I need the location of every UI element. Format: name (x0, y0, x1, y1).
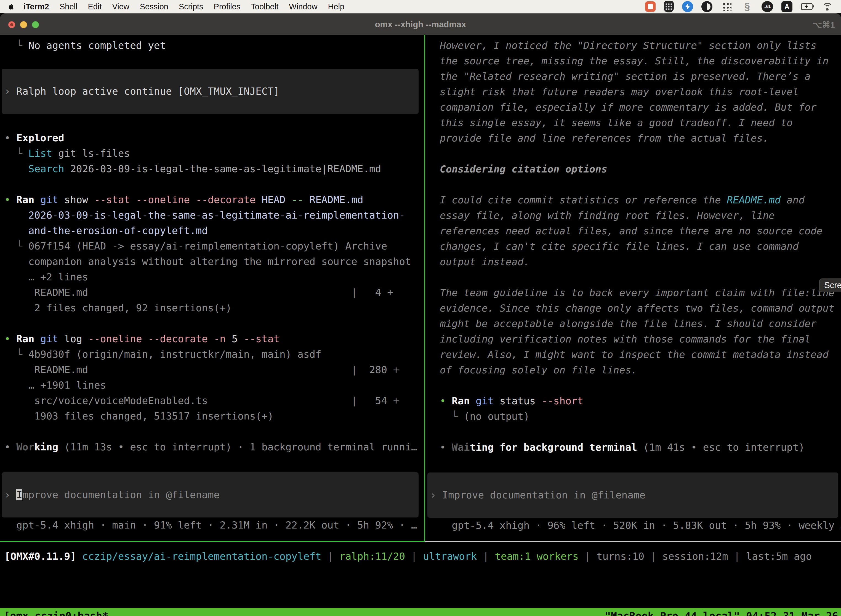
terminal-content: └ No agents completed yet› Ralph loop ac… (0, 35, 841, 616)
squiggle-icon[interactable]: § (741, 0, 753, 13)
prompt-input[interactable]: › Improve documentation in @filename (1, 472, 419, 518)
terminal-line (440, 378, 841, 393)
text-segment: review. Also, I might want to inspect th… (440, 349, 829, 360)
menu-item-view[interactable]: View (107, 2, 134, 11)
spacer (4, 114, 424, 130)
vpn-bolt-icon[interactable] (682, 1, 693, 12)
prompt-input-line: › Improve documentation in @filename (4, 487, 220, 503)
text-segment (34, 194, 40, 205)
terminal-line (440, 146, 841, 161)
terminal-line: output instead. (440, 254, 841, 270)
text-segment: --stat --oneline --decorate (94, 194, 255, 205)
terminal-line: README.md | 280 + (4, 362, 424, 378)
terminal-line: companion file, especially if more comme… (440, 100, 841, 115)
menu-item-shell[interactable]: Shell (54, 2, 83, 11)
text-segment: log (58, 333, 88, 345)
menu-item-scripts[interactable]: Scripts (174, 2, 209, 11)
text-segment: No agents completed yet (28, 40, 166, 51)
text-segment: | (579, 551, 596, 562)
text-segment: might be acceptable alongside the file l… (440, 318, 816, 329)
menu-item-toolbelt[interactable]: Toolbelt (246, 2, 284, 11)
text-segment: --oneline --decorate -n (88, 333, 226, 345)
text-segment: gpt-5.4 xhigh · 96% left · 520K in · 5.8… (440, 520, 841, 531)
text-segment: changes, I can't cite specific file line… (440, 241, 799, 252)
terminal-line: slight risk that future readers may over… (440, 84, 841, 100)
terminal-line: the "Related research writing" section i… (440, 69, 841, 84)
text-segment: and-the-erosion-of-copyleft.md (4, 225, 208, 236)
text-segment: Search (28, 163, 64, 175)
wifi-icon[interactable] (821, 0, 833, 13)
tmux-status-bar: [omx-cczip0:bash* "MacBook-Pro-44.local"… (0, 608, 841, 616)
text-segment: mprove documentation in @filename (22, 489, 220, 500)
menu-item-help[interactable]: Help (322, 2, 350, 11)
text-segment: (1m 41s • esc to interrupt) (637, 441, 804, 453)
recording-indicator-icon[interactable] (645, 1, 656, 12)
text-segment: git (40, 194, 58, 205)
text-segment: and (781, 194, 804, 205)
menu-item-edit[interactable]: Edit (82, 2, 107, 11)
text-segment: --stat (244, 333, 280, 345)
menu-item-profiles[interactable]: Profiles (209, 2, 246, 11)
text-segment: Ran (16, 194, 34, 205)
menu-item-session[interactable]: Session (135, 2, 174, 11)
crescent-icon[interactable] (701, 1, 712, 12)
keyboard-layout-icon[interactable]: A (781, 1, 793, 12)
text-segment: king (34, 441, 58, 453)
grid-dots-icon[interactable] (721, 0, 733, 13)
terminal-line (440, 270, 841, 285)
text-segment: › (430, 489, 442, 501)
battery-percentage-icon[interactable]: ..61 (762, 1, 773, 12)
text-segment: 2 files changed, 92 insertions(+) (4, 302, 232, 314)
text-segment: • (4, 441, 16, 453)
prompt-input[interactable]: › Ralph loop active continue [OMX_TMUX_I… (1, 69, 419, 114)
window-shortcut-badge: ⌥⌘1 (813, 14, 835, 35)
terminal-line: src/voice/voiceModeEnabled.ts | 54 + (4, 393, 424, 408)
battery-icon[interactable] (801, 0, 813, 13)
text-segment: The team guideline is to back every impo… (440, 287, 834, 298)
text-segment: this single essay, it seems like a good … (440, 117, 793, 128)
terminal-line: Search 2026-03-09-is-legal-the-same-as-l… (4, 161, 424, 177)
text-segment (34, 333, 40, 345)
menu-item-window[interactable]: Window (284, 2, 322, 11)
text-segment: └ (4, 148, 28, 159)
text-segment: └ (4, 349, 28, 360)
text-segment (303, 194, 309, 205)
text-segment: └ (4, 241, 28, 252)
window-title-bar[interactable]: omx --xhigh --madmax ⌥⌘1 (0, 13, 841, 35)
right-pane-bottom-border (425, 541, 841, 542)
text-segment: (no output) (464, 411, 529, 422)
text-segment: • (4, 333, 16, 345)
terminal-line: • Explored (4, 130, 424, 146)
terminal-line: evidence. Since this change only affects… (440, 301, 841, 316)
spacer (4, 455, 424, 472)
shield-icon[interactable] (664, 1, 674, 12)
apple-icon[interactable] (7, 2, 15, 11)
text-segment: 2026-03-09-is-legal-the-same-as-legitima… (4, 210, 405, 221)
text-segment: README.md | 4 + (4, 287, 393, 298)
text-segment: | (405, 551, 423, 562)
text-segment: I could cite commit statistics or refere… (440, 194, 727, 205)
text-segment: 1903 files changed, 513517 insertions(+) (4, 411, 273, 422)
terminal-line: might be acceptable alongside the file l… (440, 316, 841, 331)
terminal-line: However, I noticed the "Directory Struct… (440, 38, 841, 53)
text-segment: slight risk that future readers may over… (440, 86, 799, 97)
prompt-input[interactable]: › Improve documentation in @filename (428, 472, 838, 518)
screen-overlay-chip: Scre (819, 279, 841, 292)
tmux-host-clock-label: "MacBook-Pro-44.local" 04:52 31-Mar-26 (605, 610, 838, 616)
text-segment: • (4, 132, 16, 144)
menubar-status-icons: §..61A (645, 0, 837, 13)
text-segment: | (644, 551, 662, 562)
prompt-input-line: › Improve documentation in @filename (430, 487, 645, 503)
prompt-input-line: › Ralph loop active continue [OMX_TMUX_I… (4, 84, 280, 99)
text-segment: last:5m ago (746, 551, 812, 562)
omx-status-line: [OMX#0.11.9] cczip/essay/ai-reimplementa… (4, 549, 812, 564)
text-segment: … +2 lines (4, 271, 88, 283)
text-segment: --short (542, 395, 583, 406)
terminal-line: the source tree, missing the essay. Stil… (440, 53, 841, 69)
menu-item-app[interactable]: iTerm2 (18, 2, 54, 11)
terminal-line: └ No agents completed yet (4, 38, 424, 53)
terminal-line: └ List git ls-files (4, 146, 424, 161)
iterm-window: omx --xhigh --madmax ⌥⌘1 └ No agents com… (0, 13, 841, 616)
text-segment: › (4, 85, 16, 97)
terminal-line: • Ran git show --stat --oneline --decora… (4, 192, 424, 208)
